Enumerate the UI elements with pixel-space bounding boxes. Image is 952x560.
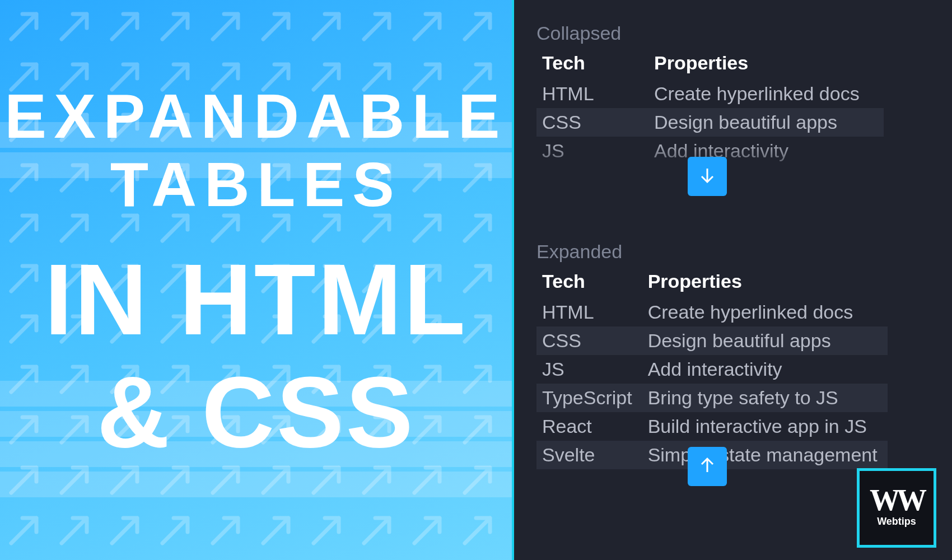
webtips-logo: WW Webtips bbox=[857, 468, 936, 548]
table-row: React Build interactive app in JS bbox=[536, 412, 888, 441]
collapse-button[interactable] bbox=[688, 447, 727, 486]
cell-tech: TypeScript bbox=[536, 384, 642, 412]
hero-line-3: IN HTML bbox=[44, 251, 467, 347]
cell-properties: Add interactivity bbox=[642, 355, 888, 384]
collapsed-table: Tech Properties HTML Create hyperlinked … bbox=[536, 49, 884, 165]
hero-title: EXPANDABLE TABLES IN HTML & CSS bbox=[0, 0, 512, 560]
cell-tech: HTML bbox=[536, 298, 642, 326]
cell-properties: Create hyperlinked docs bbox=[642, 298, 888, 326]
cell-tech: CSS bbox=[536, 326, 642, 355]
cell-properties: Add interactivity bbox=[648, 137, 884, 165]
expand-button[interactable] bbox=[688, 157, 727, 196]
cell-tech: Svelte bbox=[536, 441, 642, 469]
hero-line-4: & CSS bbox=[97, 364, 415, 460]
table-row: CSS Design beautiful apps bbox=[536, 108, 884, 137]
demo-panel: Collapsed Tech Properties HTML Create hy… bbox=[514, 0, 952, 560]
th-tech: Tech bbox=[536, 49, 648, 80]
cell-tech: JS bbox=[536, 355, 642, 384]
th-tech: Tech bbox=[536, 267, 642, 298]
arrow-up-icon bbox=[697, 455, 717, 478]
hero-line-1: EXPANDABLE bbox=[4, 83, 507, 150]
cell-properties: Design beautiful apps bbox=[642, 326, 888, 355]
expanded-table: Tech Properties HTML Create hyperlinked … bbox=[536, 267, 888, 469]
th-properties: Properties bbox=[648, 49, 884, 80]
cell-tech: JS bbox=[536, 137, 648, 165]
hero-panel: EXPANDABLE TABLES IN HTML & CSS bbox=[0, 0, 514, 560]
collapsed-section: Collapsed Tech Properties HTML Create hy… bbox=[536, 22, 930, 190]
table-row: CSS Design beautiful apps bbox=[536, 326, 888, 355]
table-row: HTML Create hyperlinked docs bbox=[536, 298, 888, 326]
logo-mark: WW bbox=[870, 488, 923, 512]
table-row: JS Add interactivity bbox=[536, 355, 888, 384]
expanded-label: Expanded bbox=[536, 241, 930, 263]
cell-properties: Build interactive app in JS bbox=[642, 412, 888, 441]
logo-subtext: Webtips bbox=[877, 516, 916, 528]
hero-line-2: TABLES bbox=[110, 152, 402, 218]
cell-properties: Design beautiful apps bbox=[648, 108, 884, 137]
expanded-section: Expanded Tech Properties HTML Create hyp… bbox=[536, 241, 930, 469]
cell-properties: Create hyperlinked docs bbox=[648, 80, 884, 108]
arrow-down-icon bbox=[697, 165, 717, 188]
cell-tech: CSS bbox=[536, 108, 648, 137]
th-properties: Properties bbox=[642, 267, 888, 298]
cell-tech: React bbox=[536, 412, 642, 441]
cell-properties: Simplify state management bbox=[642, 441, 888, 469]
cell-properties: Bring type safety to JS bbox=[642, 384, 888, 412]
collapsed-label: Collapsed bbox=[536, 22, 930, 44]
table-row: TypeScript Bring type safety to JS bbox=[536, 384, 888, 412]
table-row: HTML Create hyperlinked docs bbox=[536, 80, 884, 108]
cell-tech: HTML bbox=[536, 80, 648, 108]
